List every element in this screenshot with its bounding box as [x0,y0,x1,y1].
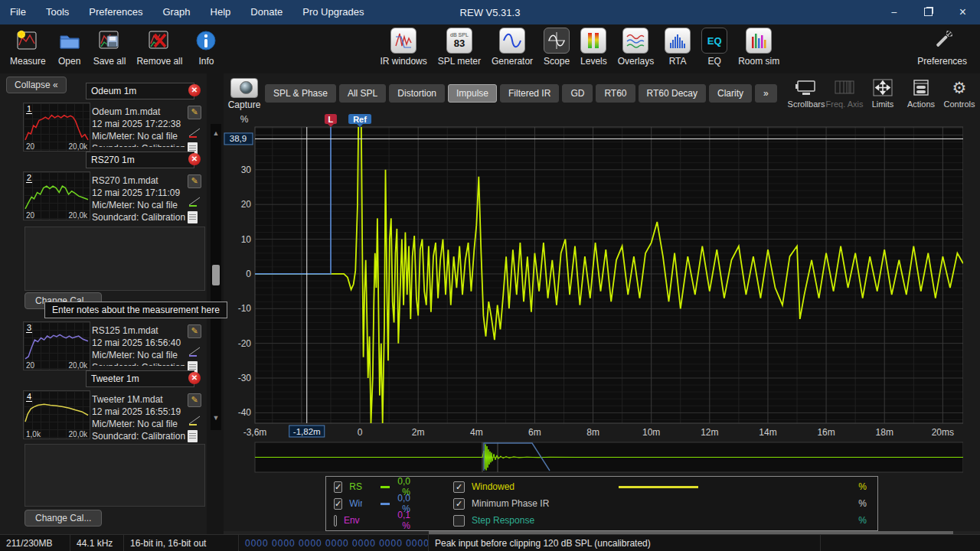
menu-preferences[interactable]: Preferences [79,0,152,24]
info-button[interactable]: Info [188,24,224,67]
menu-pro-upgrades[interactable]: Pro Upgrades [292,0,374,24]
ir-windows-button[interactable]: IR windows [374,24,432,67]
edit-notes-icon[interactable]: ✎ [188,106,201,119]
edit-notes-icon[interactable]: ✎ [188,393,201,407]
trace-color-icon[interactable] [188,346,201,357]
tab-all-spl[interactable]: All SPL [339,84,386,103]
delete-measurement-button[interactable]: ✕ [188,372,201,384]
overlays-button[interactable]: Overlays [612,24,659,67]
legend-checkbox-windowed[interactable]: ✓ [453,481,465,493]
measurement-thumbnail[interactable]: 4 1,0k 20,0k [23,390,90,439]
legend-value-min-phase: % [706,498,867,509]
rta-button[interactable]: RTA [659,24,696,67]
tab-filtered-ir[interactable]: Filtered IR [500,84,559,103]
legend-label-envelope: Envelope (ETC) [344,515,360,526]
measure-button[interactable]: Measure [5,24,51,67]
remove-icon [146,28,172,54]
legend-checkbox-rs270[interactable]: ✓ [334,481,342,493]
status-samplerate: 44.1 kHz [70,535,124,551]
svg-text:2m: 2m [412,427,425,438]
menu-graph[interactable]: Graph [152,0,200,24]
svg-text:16m: 16m [817,427,835,438]
measurement-thumbnail[interactable]: 2 20 20,0k [23,171,90,220]
measurement-soundcard: Soundcard: Calibration [92,211,185,223]
minimize-button[interactable]: − [877,0,911,24]
generator-button[interactable]: Generator [486,24,538,67]
rta-icon [665,28,691,54]
freq-axis-tool[interactable]: Freq. Axis [825,75,864,109]
spl-meter-icon: dB SPL83 [446,28,472,54]
freq-axis-icon [833,78,856,98]
measurement-name-input[interactable]: RS270 1m [86,152,194,168]
scrollbar-thumb[interactable] [212,265,220,285]
notes-box[interactable] [24,227,205,291]
measurement-name-input[interactable]: Tweeter 1m [86,370,194,387]
legend-value-envelope: 0,1 % [397,510,410,531]
svg-text:10: 10 [241,234,252,245]
impulse-chart[interactable]: -3,6m02m4m6m8m10m12m14m16m18m20ms3020100… [224,113,963,473]
eq-button[interactable]: EQ EQ [696,24,733,67]
delete-measurement-button[interactable]: ✕ [188,84,201,96]
notes-box[interactable] [24,444,205,507]
svg-text:18m: 18m [876,427,893,438]
scrollbars-tool[interactable]: Scrollbars [787,75,825,109]
menu-file[interactable]: File [0,0,36,24]
close-button[interactable]: × [946,0,980,24]
measurement-soundcard: Soundcard: Calibration [92,142,185,147]
save-all-button[interactable]: Save all [88,24,132,67]
trace-color-icon[interactable] [188,415,201,425]
preferences-button[interactable]: Preferences [912,24,972,67]
measure-icon [15,28,41,54]
measurement-thumbnail[interactable]: 3 20 20,0k [23,321,90,370]
scope-button[interactable]: Scope [538,24,575,67]
levels-button[interactable]: Levels [575,24,612,67]
spl-meter-button[interactable]: dB SPL83 SPL meter [433,24,486,67]
menu-donate[interactable]: Donate [240,0,292,24]
edit-notes-icon[interactable]: ✎ [188,174,201,188]
svg-text:30: 30 [241,165,252,175]
main-toolbar: Measure Open Save all Remove all [0,24,980,73]
legend-checkbox-step-response[interactable] [453,515,465,527]
capture-button[interactable]: Capture [227,77,262,110]
tab-more[interactable]: » [755,84,777,103]
controls-tool[interactable]: ⚙ Controls [940,75,978,109]
maximize-button[interactable] [911,0,946,24]
menu-help[interactable]: Help [201,0,241,24]
svg-text:8m: 8m [586,427,599,438]
change-cal-button[interactable]: Change Cal... [24,510,102,527]
levels-icon [580,28,606,54]
tab-spl-phase[interactable]: SPL & Phase [265,84,336,103]
tab-rt60-decay[interactable]: RT60 Decay [639,84,706,103]
legend-checkbox-envelope[interactable] [334,515,337,527]
legend-panel: ✓ RS270 1m 0,0 % ✓ Windowed % ✓ Window 0… [325,476,878,531]
open-button[interactable]: Open [51,24,88,67]
room-sim-button[interactable]: Room sim [733,24,785,67]
cal-file-icon[interactable] [188,211,198,223]
scroll-up-button[interactable]: ▲ [211,129,221,138]
edit-notes-icon[interactable]: ✎ [188,324,201,338]
tab-impulse[interactable]: Impulse [448,84,497,103]
legend-label-min-phase: Minimum Phase IR [472,498,600,509]
scroll-down-button[interactable]: ▼ [211,413,221,422]
legend-checkbox-min-phase[interactable]: ✓ [453,498,465,510]
legend-checkbox-window[interactable]: ✓ [334,498,342,510]
remove-all-button[interactable]: Remove all [131,24,188,67]
trace-color-icon[interactable] [188,196,201,207]
collapse-button[interactable]: Collapse « [6,77,67,93]
info-icon [193,28,219,54]
measurement-date: 12 mai 2025 16:55:19 [92,406,185,418]
measurement-thumbnail[interactable]: 1 20 20,0k [23,103,90,152]
tab-rt60[interactable]: RT60 [596,84,635,103]
menu-tools[interactable]: Tools [36,0,79,24]
tab-gd[interactable]: GD [562,84,593,103]
tab-clarity[interactable]: Clarity [709,84,752,103]
measurement-name-input[interactable]: Odeum 1m [86,83,194,99]
svg-text:-20: -20 [238,338,252,349]
actions-tool[interactable]: Actions [902,75,940,109]
limits-tool[interactable]: Limits [864,75,902,109]
tab-distortion[interactable]: Distortion [389,84,445,103]
generator-icon [499,28,525,54]
delete-measurement-button[interactable]: ✕ [188,153,201,165]
cal-file-icon[interactable] [188,430,198,442]
trace-color-icon[interactable] [188,127,201,138]
